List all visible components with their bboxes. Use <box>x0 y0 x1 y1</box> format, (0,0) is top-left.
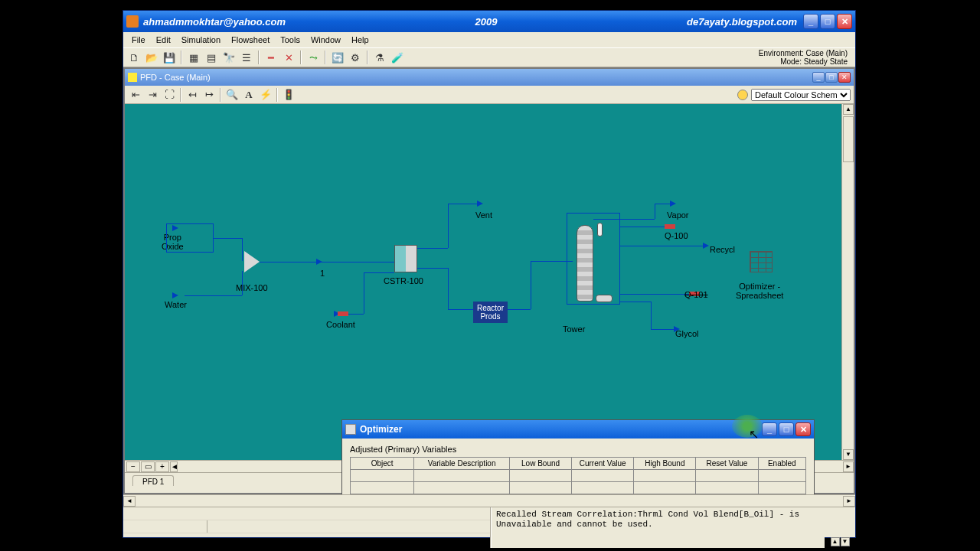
smiley-icon[interactable] <box>737 90 748 100</box>
nav-fwd-icon[interactable]: ↦ <box>201 87 217 103</box>
align-left-icon[interactable]: ⇤ <box>128 87 143 103</box>
main-horizontal-scrollbar[interactable]: ◄ ► <box>123 494 855 507</box>
save-icon[interactable]: 💾 <box>162 50 177 65</box>
pfd-titlebar[interactable]: PFD - Case (Main) _ □ ✕ <box>125 69 854 86</box>
zoom-out-button[interactable]: − <box>126 461 140 472</box>
text-icon[interactable]: A <box>241 87 256 103</box>
label-q101[interactable]: Q-101 <box>684 290 708 299</box>
pfd-minimize-button[interactable]: _ <box>812 72 825 83</box>
label-cstr100[interactable]: CSTR-100 <box>384 276 423 285</box>
zoom-fit-button[interactable]: ▭ <box>141 461 155 472</box>
menu-edit[interactable]: Edit <box>151 34 176 46</box>
label-vapor[interactable]: Vapor <box>667 210 689 220</box>
main-scroll-right-icon[interactable]: ► <box>843 496 855 507</box>
optimizer-titlebar[interactable]: Optimizer _ □ ✕ <box>342 420 814 439</box>
nav-back-icon[interactable]: ↤ <box>185 87 200 103</box>
menu-help[interactable]: Help <box>346 34 374 46</box>
optimizer-maximize-button[interactable]: □ <box>779 422 794 436</box>
open-icon[interactable]: 📂 <box>144 50 159 65</box>
optimizer-close-button[interactable]: ✕ <box>795 422 811 436</box>
table-row[interactable] <box>351 494 806 495</box>
recycle-icon[interactable]: 🔄 <box>330 50 345 65</box>
col-highbound[interactable]: High Bound <box>634 458 696 470</box>
scroll-left-icon[interactable]: ◄ <box>170 461 178 472</box>
pfd-close-button[interactable]: ✕ <box>838 72 851 83</box>
workbook-icon[interactable]: ▤ <box>204 50 219 65</box>
scroll-thumb[interactable] <box>843 116 854 162</box>
label-optimizer-spreadsheet[interactable]: Optimizer - Spreadsheet <box>736 282 783 300</box>
optimizer-title: Optimizer <box>360 424 402 435</box>
label-mix100[interactable]: MIX-100 <box>236 283 268 292</box>
label-q100[interactable]: Q-100 <box>665 231 688 240</box>
table-row[interactable] <box>351 482 806 494</box>
fit-icon[interactable]: ⛶ <box>162 87 177 103</box>
minimize-button[interactable]: _ <box>803 14 818 29</box>
status-up-icon[interactable]: ▲ <box>831 537 840 546</box>
close-button[interactable]: ✕ <box>837 14 852 29</box>
status-cross-icon[interactable]: ✕ <box>281 50 296 65</box>
label-coolant[interactable]: Coolant <box>326 320 355 329</box>
scroll-up-icon[interactable]: ▲ <box>843 104 854 115</box>
bolt-icon[interactable]: ⚡ <box>258 87 273 103</box>
status-down-icon[interactable]: ▼ <box>841 537 850 546</box>
label-water[interactable]: Water <box>165 300 187 309</box>
q100-unit[interactable] <box>665 224 675 229</box>
tower-unit[interactable] <box>577 225 593 302</box>
optimizer-minimize-button[interactable]: _ <box>762 422 777 436</box>
col-reset[interactable]: Reset Value <box>696 458 758 470</box>
traffic-light-icon[interactable]: 🚦 <box>281 87 296 103</box>
label-tower[interactable]: Tower <box>563 324 585 334</box>
vertical-scrollbar[interactable]: ▲ ▼ <box>841 104 854 460</box>
menu-simulation[interactable]: Simulation <box>176 34 226 46</box>
label-stream-1[interactable]: 1 <box>320 269 325 278</box>
flask-icon[interactable]: ⚗ <box>372 50 387 65</box>
align-right-icon[interactable]: ⇥ <box>145 87 160 103</box>
pfd-icon[interactable]: ▦ <box>186 50 201 65</box>
tower-condenser-icon[interactable] <box>597 223 603 236</box>
menu-file[interactable]: File <box>126 34 151 46</box>
label-recycl[interactable]: Recycl <box>710 245 735 254</box>
label-vent[interactable]: Vent <box>475 210 492 220</box>
col-enabled[interactable]: Enabled <box>758 458 805 470</box>
col-vardesc[interactable]: Variable Description <box>414 458 510 470</box>
mixer-unit[interactable] <box>244 251 260 272</box>
tower-reboiler-icon[interactable] <box>596 295 612 302</box>
navigator-icon[interactable]: 🔭 <box>221 50 237 65</box>
colour-scheme-select[interactable]: Default Colour Scheme <box>751 89 851 101</box>
zoom-in-button[interactable]: + <box>155 461 169 472</box>
status-left-panel <box>123 507 491 548</box>
status-green-icon[interactable]: ━ <box>263 50 279 65</box>
spreadsheet-unit[interactable] <box>750 251 773 272</box>
menu-flowsheet[interactable]: Flowsheet <box>226 34 275 46</box>
tab-pfd1[interactable]: PFD 1 <box>132 475 174 486</box>
summary-icon[interactable]: ☰ <box>239 50 254 65</box>
zoom-icon[interactable]: 🔍 <box>224 87 240 103</box>
maximize-button[interactable]: □ <box>820 14 835 29</box>
col-object[interactable]: Object <box>351 458 414 470</box>
scroll-right-icon[interactable]: ► <box>843 461 854 472</box>
label-reactor-prods[interactable]: Reactor Prods <box>473 302 508 323</box>
pfd-canvas[interactable]: Prop Oxide Water MIX-100 1 <box>125 104 841 460</box>
environment-info: Environment: Case (Main) Mode: Steady St… <box>759 49 852 66</box>
integrator-icon[interactable]: ⤳ <box>305 50 321 65</box>
status-message: Recalled Stream Correlation:Thrml Cond V… <box>491 507 825 548</box>
new-icon[interactable]: 🗋 <box>126 50 142 65</box>
main-scroll-left-icon[interactable]: ◄ <box>123 496 136 507</box>
scroll-down-icon[interactable]: ▼ <box>843 449 854 460</box>
status-bar: Recalled Stream Correlation:Thrml Cond V… <box>123 507 855 548</box>
beaker-icon[interactable]: 🧪 <box>390 50 405 65</box>
optimizer-window: Optimizer _ □ ✕ Adjusted (Primary) Varia… <box>341 419 815 494</box>
col-lowbound[interactable]: Low Bound <box>510 458 572 470</box>
label-glycol[interactable]: Glycol <box>675 329 699 338</box>
menu-window[interactable]: Window <box>305 34 346 46</box>
balance-icon[interactable]: ⚙ <box>348 50 363 65</box>
titlebar[interactable]: ahmadmmokhtar@yahoo.com 2009 de7ayaty.bl… <box>123 11 855 32</box>
stream-arrow-icon <box>703 243 709 249</box>
optimizer-variables-table[interactable]: Object Variable Description Low Bound Cu… <box>350 457 806 494</box>
table-row[interactable] <box>351 470 806 482</box>
stream-arrow-icon <box>477 201 483 207</box>
pfd-maximize-button[interactable]: □ <box>825 72 838 83</box>
menu-tools[interactable]: Tools <box>275 34 305 46</box>
col-current[interactable]: Current Value <box>572 458 634 470</box>
cstr-unit[interactable] <box>394 245 417 272</box>
